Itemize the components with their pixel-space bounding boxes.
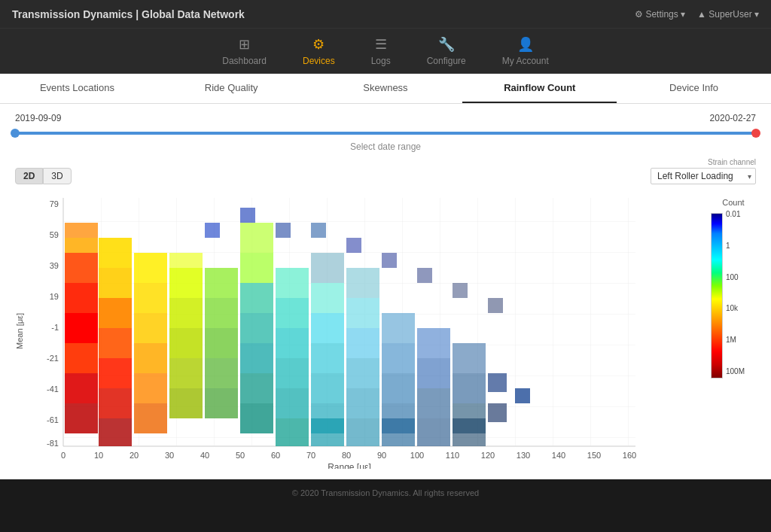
svg-rect-88	[382, 373, 415, 403]
legend-bar-row: 0.01 1 100 10k 1M 100M	[711, 210, 745, 382]
svg-rect-52	[169, 328, 203, 358]
svg-rect-56	[205, 268, 238, 298]
date-range-slider[interactable]	[15, 126, 756, 140]
legend-title: Count	[711, 198, 756, 207]
svg-rect-55	[169, 253, 203, 268]
strain-channel-select[interactable]: Left Roller Loading Right Roller Loading…	[651, 168, 756, 184]
svg-rect-82	[346, 358, 379, 388]
nav-item-dashboard[interactable]: ⊞ Dashboard	[216, 33, 273, 69]
legend-area: Count 0.01 1 100 10k 1M 100M	[711, 190, 756, 382]
nav-item-configure[interactable]: 🔧 Configure	[421, 33, 472, 69]
svg-rect-109	[417, 268, 432, 283]
nav-item-devices[interactable]: ⚙ Devices	[297, 33, 341, 69]
svg-rect-33	[65, 343, 98, 373]
nav-item-myaccount[interactable]: 👤 My Account	[496, 33, 555, 69]
svg-text:0: 0	[61, 451, 66, 460]
controls-row: 2D 3D Strain channel Left Roller Loading…	[15, 158, 756, 184]
svg-rect-78	[311, 418, 344, 446]
strain-channel-label: Strain channel	[708, 158, 756, 166]
svg-rect-84	[346, 418, 379, 446]
slider-track	[15, 132, 756, 135]
svg-rect-66	[240, 253, 273, 283]
tab-events-locations[interactable]: Events Locations	[0, 74, 154, 103]
date-range-row: 2019-09-09 2020-02-27	[15, 113, 756, 123]
top-right-controls: ⚙ Settings ▾ ▲ SuperUser ▾	[635, 9, 759, 20]
svg-rect-60	[205, 388, 238, 418]
svg-text:50: 50	[236, 451, 245, 460]
svg-text:Range [με]: Range [με]	[328, 462, 371, 469]
svg-rect-57	[205, 298, 238, 328]
svg-rect-107	[346, 238, 361, 253]
settings-button[interactable]: ⚙ Settings ▾	[635, 9, 685, 20]
svg-rect-96	[453, 373, 486, 403]
view-buttons: 2D 3D	[15, 168, 72, 184]
svg-rect-93	[417, 388, 450, 418]
svg-text:130: 130	[517, 451, 530, 460]
svg-rect-62	[240, 313, 273, 343]
date-start: 2019-09-09	[15, 113, 61, 123]
logs-icon: ☰	[375, 36, 387, 53]
svg-rect-30	[65, 253, 98, 283]
user-menu[interactable]: ▲ SuperUser ▾	[697, 9, 759, 20]
svg-rect-75	[311, 343, 344, 373]
svg-text:110: 110	[446, 451, 459, 460]
legend-value-1: 1	[726, 242, 745, 250]
svg-rect-111	[488, 298, 503, 313]
svg-rect-99	[453, 343, 486, 373]
svg-text:59: 59	[50, 230, 59, 239]
slider-thumb-left[interactable]	[11, 129, 20, 138]
tab-skewness[interactable]: Skewness	[309, 74, 463, 103]
tab-device-info[interactable]: Device Info	[617, 74, 771, 103]
svg-text:-81: -81	[47, 439, 59, 448]
nav-label-dashboard: Dashboard	[222, 56, 267, 66]
myaccount-icon: 👤	[517, 36, 534, 53]
svg-rect-94	[417, 418, 450, 446]
svg-rect-110	[453, 283, 468, 298]
svg-rect-104	[240, 208, 255, 223]
svg-text:80: 80	[342, 451, 351, 460]
svg-rect-101	[488, 403, 507, 422]
nav-item-logs[interactable]: ☰ Logs	[365, 33, 397, 69]
svg-rect-74	[311, 313, 344, 343]
svg-text:-61: -61	[47, 415, 59, 424]
svg-rect-69	[276, 328, 309, 358]
tab-rainflow-count[interactable]: Rainflow Count	[462, 74, 617, 103]
svg-text:20: 20	[130, 451, 139, 460]
svg-rect-42	[99, 388, 132, 418]
view-2d-button[interactable]: 2D	[15, 168, 43, 184]
svg-text:19: 19	[50, 292, 59, 301]
svg-rect-76	[311, 373, 344, 403]
svg-rect-71	[276, 388, 309, 418]
svg-rect-112	[65, 223, 98, 238]
nav-label-myaccount: My Account	[502, 56, 549, 66]
legend-value-5: 100M	[726, 367, 745, 375]
date-end: 2020-02-27	[710, 113, 756, 123]
svg-rect-79	[311, 283, 344, 313]
svg-rect-91	[382, 313, 415, 343]
svg-rect-38	[99, 268, 132, 298]
configure-icon: 🔧	[438, 36, 455, 53]
svg-rect-39	[99, 298, 132, 328]
tab-ride-quality[interactable]: Ride Quality	[154, 74, 309, 103]
slider-hint: Select date range	[15, 141, 756, 152]
view-3d-button[interactable]: 3D	[43, 168, 71, 184]
nav-label-devices: Devices	[303, 56, 335, 66]
svg-text:-1: -1	[51, 323, 59, 332]
svg-rect-68	[276, 298, 309, 328]
svg-rect-73	[276, 268, 309, 298]
svg-rect-87	[382, 343, 415, 373]
slider-thumb-right[interactable]	[751, 129, 760, 138]
footer: © 2020 Transmission Dynamics. All rights…	[0, 479, 771, 506]
devices-icon: ⚙	[312, 36, 325, 53]
svg-rect-100	[488, 373, 507, 392]
y-axis-label: Mean [με]	[15, 313, 24, 349]
svg-text:79: 79	[50, 199, 59, 208]
svg-rect-45	[134, 283, 167, 313]
svg-text:-41: -41	[47, 385, 59, 394]
svg-rect-48	[134, 373, 167, 403]
svg-text:39: 39	[50, 261, 59, 270]
svg-rect-49	[134, 403, 167, 433]
app-title: Transmission Dynamics | Global Data Netw…	[12, 8, 245, 20]
svg-rect-32	[65, 313, 98, 343]
legend-value-4: 1M	[726, 336, 745, 344]
